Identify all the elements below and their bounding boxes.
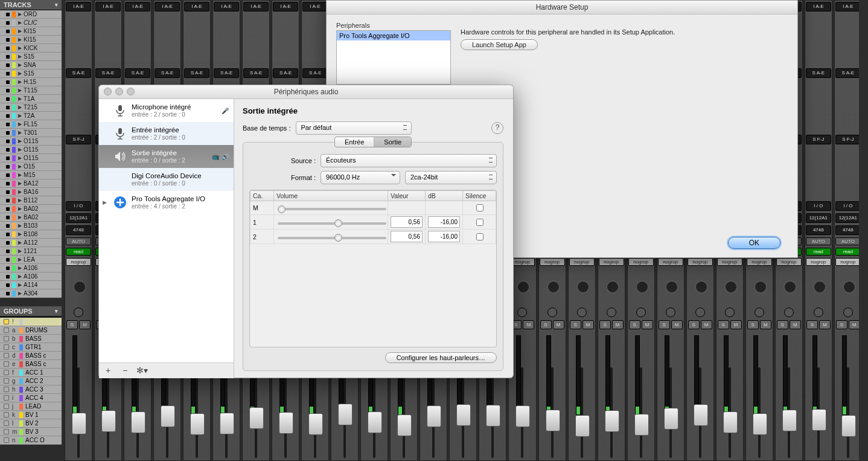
insert-slot[interactable]: I A-E — [95, 2, 121, 11]
insert-slot[interactable]: I A-E — [155, 2, 180, 11]
group-assign[interactable]: nogrop — [747, 258, 772, 266]
track-row[interactable]: ▶ T301 — [0, 129, 62, 137]
record-enable-button[interactable] — [755, 308, 764, 317]
group-assign[interactable]: nogrop — [688, 258, 713, 266]
group-row[interactable]: c GTR1 — [0, 343, 62, 352]
track-visible-icon[interactable] — [6, 131, 10, 135]
automation-mode[interactable]: read — [66, 248, 91, 256]
send-slot-a[interactable]: S A-E — [184, 68, 209, 78]
fader[interactable] — [640, 367, 642, 458]
peripheral-item[interactable]: Pro Tools Aggregate I/O — [337, 31, 450, 40]
group-assign[interactable]: nogrop — [599, 258, 624, 266]
ok-button[interactable]: OK — [728, 237, 780, 249]
insert-slot[interactable]: I A-E — [302, 2, 328, 11]
fader-cap[interactable] — [279, 412, 293, 434]
record-enable-button[interactable] — [547, 308, 557, 317]
audio-devices-titlebar[interactable]: Périphériques audio — [99, 85, 513, 99]
pan-knob[interactable] — [806, 268, 831, 305]
device-row[interactable]: Sortie intégrée entrée : 0 / sortie : 2 … — [99, 145, 234, 168]
group-active-icon[interactable] — [4, 327, 9, 333]
send-slot-f[interactable]: S F-J — [806, 135, 831, 144]
tracks-disclosure-icon[interactable]: ▾ — [55, 2, 58, 8]
send-slot-a[interactable]: S A-E — [155, 68, 180, 78]
fader-cap[interactable] — [101, 410, 116, 432]
group-active-icon[interactable] — [4, 421, 9, 426]
fader[interactable] — [610, 367, 613, 458]
pan-knob[interactable] — [747, 268, 771, 305]
fader-cap[interactable] — [72, 413, 86, 434]
fader-cap[interactable] — [249, 407, 264, 429]
device-row[interactable]: ▶ Pro Tools Aggregate I/O entrée : 4 / s… — [99, 191, 234, 214]
fader[interactable] — [343, 367, 346, 458]
group-assign[interactable]: nogrop — [66, 258, 91, 266]
fader-cap[interactable] — [694, 404, 708, 426]
track-visible-icon[interactable] — [6, 38, 10, 42]
mute-button[interactable]: M — [582, 320, 594, 329]
insert-slot[interactable]: I A-E — [184, 2, 209, 11]
fader-cap[interactable] — [605, 410, 619, 432]
mute-checkbox[interactable] — [476, 204, 483, 211]
fader-cap[interactable] — [753, 413, 767, 435]
track-visible-icon[interactable] — [6, 199, 10, 202]
insert-slot[interactable]: I A-E — [273, 2, 298, 11]
mute-button[interactable]: M — [612, 320, 624, 329]
fader-cap[interactable] — [190, 413, 205, 435]
group-assign[interactable]: nogrop — [569, 258, 595, 266]
track-visible-icon[interactable] — [6, 241, 10, 245]
track-row[interactable]: ▶ CLIC — [0, 19, 62, 27]
fader-cap[interactable] — [634, 414, 649, 436]
solo-button[interactable]: S — [777, 320, 788, 329]
disclosure-right-icon[interactable]: ▶ — [103, 199, 107, 205]
auto-button[interactable]: AUTO — [806, 237, 831, 245]
track-row[interactable]: ▶ A112 — [0, 239, 62, 247]
record-enable-button[interactable] — [517, 308, 527, 317]
fader[interactable] — [107, 367, 109, 458]
configure-speakers-button[interactable]: Configurer les haut-parleurs… — [385, 352, 497, 363]
solo-button[interactable]: S — [629, 320, 640, 329]
group-row[interactable]: a DRUMS — [0, 326, 62, 335]
track-visible-icon[interactable] — [6, 224, 10, 228]
remove-device-button[interactable]: − — [120, 366, 130, 376]
track-visible-icon[interactable] — [6, 216, 10, 219]
send-slot-a[interactable]: S A-E — [806, 68, 831, 78]
send-slot-a[interactable]: S A-E — [214, 68, 239, 78]
close-icon[interactable] — [104, 88, 112, 95]
fader[interactable] — [847, 367, 849, 458]
group-active-icon[interactable] — [4, 395, 9, 401]
track-visible-icon[interactable] — [6, 266, 10, 270]
record-enable-button[interactable] — [695, 308, 705, 317]
group-active-icon[interactable] — [4, 370, 9, 375]
group-row[interactable]: e BASS c — [0, 360, 62, 369]
track-row[interactable]: ▶ O15 — [0, 163, 62, 171]
track-row[interactable]: ▶ B112 — [0, 196, 62, 205]
right-scrollbar[interactable] — [859, 0, 868, 461]
track-row[interactable]: ▶ B103 — [0, 222, 62, 230]
group-active-icon[interactable] — [4, 344, 9, 350]
fader[interactable] — [521, 367, 523, 458]
record-enable-button[interactable] — [607, 308, 616, 317]
track-visible-icon[interactable] — [6, 55, 10, 59]
auto-button[interactable]: AUTO — [66, 237, 91, 245]
launch-setup-app-button[interactable]: Launch Setup App — [461, 39, 538, 50]
fader-cap[interactable] — [723, 411, 738, 433]
fader-cap[interactable] — [427, 405, 441, 427]
track-row[interactable]: ▶ M15 — [0, 171, 62, 179]
fader-cap[interactable] — [308, 413, 323, 435]
fader-cap[interactable] — [782, 410, 797, 431]
pan-knob[interactable] — [510, 268, 534, 305]
record-enable-button[interactable] — [725, 308, 735, 317]
io-tab-group[interactable]: Entrée Sortie — [334, 137, 412, 147]
clock-source-select[interactable]: Par défaut — [296, 121, 412, 135]
track-row[interactable]: ▶ A106 — [0, 272, 62, 281]
record-enable-button[interactable] — [666, 308, 675, 317]
hardware-setup-titlebar[interactable]: Hardware Setup — [327, 1, 797, 15]
track-visible-icon[interactable] — [6, 148, 10, 152]
solo-button[interactable]: S — [540, 320, 552, 329]
group-assign[interactable]: nogrop — [540, 258, 565, 266]
insert-slot[interactable]: I A-E — [243, 2, 269, 11]
track-visible-icon[interactable] — [6, 21, 10, 25]
pan-knob[interactable] — [659, 268, 683, 305]
tab-output[interactable]: Sortie — [374, 137, 411, 147]
mute-button[interactable]: M — [523, 320, 534, 329]
group-assign[interactable]: nogrop — [628, 258, 654, 266]
